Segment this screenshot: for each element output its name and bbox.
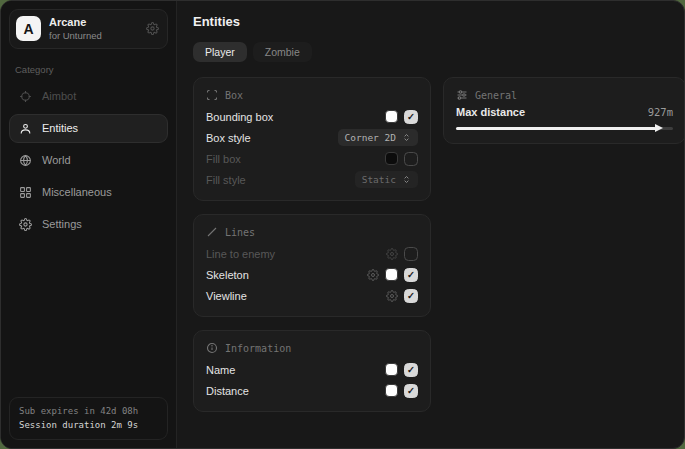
check-icon: ✓ [407, 112, 415, 122]
name-label: Name [206, 364, 385, 376]
fill-style-label: Fill style [206, 174, 355, 186]
sidebar-item-label: Miscellaneous [42, 186, 112, 198]
bounding-box-label: Bounding box [206, 111, 385, 123]
general-section: General Max distance 927m [443, 77, 685, 144]
lines-section-header: Lines [206, 226, 418, 238]
name-color-swatch[interactable] [385, 363, 398, 376]
skeleton-settings-icon[interactable] [367, 269, 379, 281]
fill-box-color-swatch[interactable] [385, 152, 398, 165]
brand-text: Arcane for Unturned [49, 16, 102, 42]
fill-style-value: Static [362, 174, 396, 185]
line-to-enemy-row: Line to enemy ✓ [206, 243, 418, 264]
skeleton-checkbox[interactable]: ✓ [404, 268, 418, 282]
sidebar-item-settings[interactable]: Settings [9, 210, 168, 239]
skeleton-color-swatch[interactable] [385, 268, 398, 281]
max-distance-label: Max distance [456, 106, 648, 118]
tab-zombie[interactable]: Zombie [253, 42, 312, 62]
general-section-header: General [456, 89, 673, 101]
distance-label: Distance [206, 385, 385, 397]
tab-player[interactable]: Player [193, 42, 247, 62]
max-distance-slider[interactable] [456, 123, 673, 133]
brand-card: A Arcane for Unturned [9, 9, 168, 49]
general-section-title: General [475, 90, 517, 101]
sidebar-item-label: World [42, 154, 71, 166]
content-columns: Box Bounding box ✓ Box style [193, 77, 685, 412]
fill-box-checkbox[interactable]: ✓ [404, 152, 418, 166]
fill-box-row: Fill box ✓ [206, 148, 418, 169]
app-logo: A [16, 16, 41, 41]
sidebar-item-world[interactable]: World [9, 146, 168, 175]
box-style-dropdown[interactable]: Corner 2D [338, 129, 418, 146]
sidebar-item-miscellaneous[interactable]: Miscellaneous [9, 178, 168, 207]
person-target-icon [19, 122, 32, 135]
bounding-box-color-swatch[interactable] [385, 110, 398, 123]
check-icon: ✓ [407, 386, 415, 396]
left-column: Box Bounding box ✓ Box style [193, 77, 431, 412]
main-panel: Entities Player Zombie Box Bounding box [177, 1, 685, 448]
brand-gear-icon[interactable] [146, 22, 159, 35]
app-window: A Arcane for Unturned Category Aimbot [0, 0, 685, 449]
check-icon: ✓ [407, 291, 415, 301]
box-style-label: Box style [206, 132, 338, 144]
box-section-header: Box [206, 89, 418, 101]
category-label: Category [15, 64, 162, 75]
fill-box-label: Fill box [206, 153, 385, 165]
fill-style-row: Fill style Static [206, 169, 418, 190]
entity-tabs: Player Zombie [193, 42, 685, 62]
chevron-updown-icon [402, 132, 411, 143]
slider-fill [456, 127, 656, 130]
app-subtitle: for Unturned [49, 30, 102, 42]
distance-row: Distance ✓ [206, 380, 418, 401]
crosshair-icon [19, 90, 32, 103]
skeleton-row: Skeleton ✓ [206, 264, 418, 285]
box-style-value: Corner 2D [345, 132, 396, 143]
sidebar-item-label: Entities [42, 122, 78, 134]
name-row: Name ✓ [206, 359, 418, 380]
line-to-enemy-checkbox[interactable]: ✓ [404, 247, 418, 261]
check-icon: ✓ [407, 365, 415, 375]
distance-checkbox[interactable]: ✓ [404, 384, 418, 398]
scan-box-icon [206, 89, 218, 101]
distance-color-swatch[interactable] [385, 384, 398, 397]
line-to-enemy-settings-icon[interactable] [386, 248, 398, 260]
sub-expires-text: Sub expires in 42d 08h [19, 405, 158, 419]
chevron-updown-icon [402, 174, 411, 185]
lines-section: Lines Line to enemy ✓ [193, 214, 431, 317]
sidebar-item-label: Settings [42, 218, 82, 230]
app-name: Arcane [49, 16, 102, 30]
subscription-info-card: Sub expires in 42d 08h Session duration … [9, 397, 168, 440]
slider-thumb[interactable] [655, 124, 663, 132]
bounding-box-row: Bounding box ✓ [206, 106, 418, 127]
max-distance-value: 927m [648, 106, 673, 118]
sidebar-item-entities[interactable]: Entities [9, 114, 168, 143]
viewline-label: Viewline [206, 290, 386, 302]
sliders-icon [456, 89, 468, 101]
gear-icon [19, 218, 32, 231]
information-section-title: Information [225, 343, 291, 354]
information-section-header: Information [206, 342, 418, 354]
skeleton-label: Skeleton [206, 269, 367, 281]
max-distance-row: Max distance 927m [456, 106, 673, 118]
name-checkbox[interactable]: ✓ [404, 363, 418, 377]
sidebar-nav: Aimbot Entities World Miscellaneous [9, 82, 168, 239]
fill-style-dropdown[interactable]: Static [355, 171, 418, 188]
viewline-row: Viewline ✓ [206, 285, 418, 306]
bounding-box-checkbox[interactable]: ✓ [404, 110, 418, 124]
globe-icon [19, 154, 32, 167]
sidebar-item-aimbot[interactable]: Aimbot [9, 82, 168, 111]
viewline-settings-icon[interactable] [386, 290, 398, 302]
right-column: General Max distance 927m [443, 77, 685, 144]
page-title: Entities [193, 14, 685, 29]
viewline-checkbox[interactable]: ✓ [404, 289, 418, 303]
session-duration-text: Session duration 2m 9s [19, 419, 158, 433]
box-style-row: Box style Corner 2D [206, 127, 418, 148]
line-to-enemy-label: Line to enemy [206, 248, 386, 260]
grid-icon [19, 186, 32, 199]
diagonal-line-icon [206, 226, 218, 238]
information-section: Information Name ✓ Distance [193, 330, 431, 412]
check-icon: ✓ [407, 270, 415, 280]
sidebar: A Arcane for Unturned Category Aimbot [1, 1, 177, 448]
lines-section-title: Lines [225, 227, 255, 238]
info-icon [206, 342, 218, 354]
sidebar-item-label: Aimbot [42, 90, 76, 102]
